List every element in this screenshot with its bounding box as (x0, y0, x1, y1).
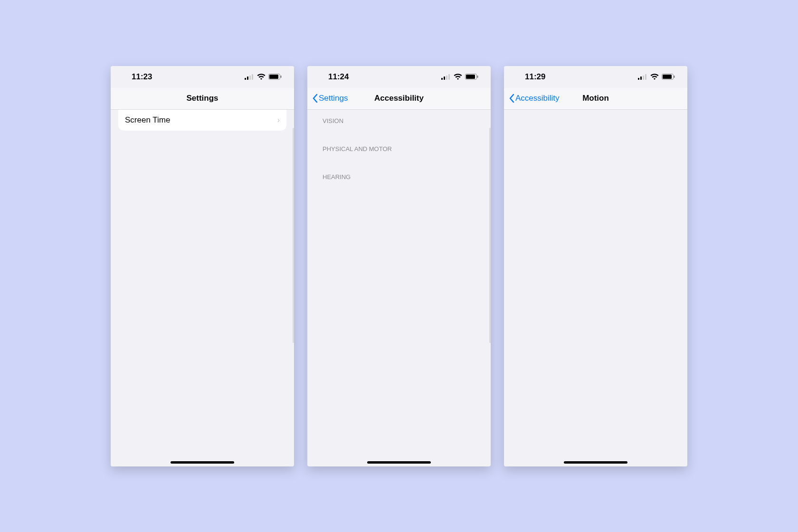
status-indicators (638, 74, 675, 80)
back-label: Settings (319, 94, 348, 103)
signal-icon (245, 74, 254, 80)
screen-settings: 11:23 Settings Screen Time › (111, 66, 294, 466)
screen-accessibility: 11:24 Settings Accessibility VISION PHYS… (307, 66, 491, 466)
svg-rect-3 (252, 74, 253, 80)
battery-icon (662, 74, 675, 80)
svg-rect-10 (448, 74, 450, 80)
svg-rect-5 (269, 75, 278, 79)
svg-rect-0 (245, 78, 246, 80)
row-screen-time[interactable]: Screen Time › (118, 110, 286, 131)
chevron-left-icon (509, 94, 514, 103)
wifi-icon (454, 74, 462, 80)
section-physical: PHYSICAL AND MOTOR (307, 138, 491, 155)
nav-title: Accessibility (374, 94, 424, 103)
section-vision: VISION (307, 110, 491, 127)
svg-rect-7 (441, 78, 443, 80)
status-time: 11:29 (516, 72, 545, 82)
scroll-indicator (293, 128, 294, 343)
home-indicator[interactable] (564, 461, 627, 464)
nav-bar: Settings Accessibility (307, 88, 491, 110)
home-indicator[interactable] (367, 461, 431, 464)
settings-list[interactable]: Screen Time › (111, 110, 294, 466)
nav-bar: Accessibility Motion (504, 88, 687, 110)
accessibility-list[interactable]: VISION PHYSICAL AND MOTOR HEARING (307, 110, 491, 466)
battery-icon (465, 74, 478, 80)
svg-rect-2 (249, 76, 251, 80)
battery-icon (268, 74, 282, 80)
status-indicators (245, 74, 282, 80)
wifi-icon (650, 74, 659, 80)
svg-rect-8 (444, 76, 445, 80)
status-bar: 11:24 (307, 66, 491, 88)
chevron-left-icon (312, 94, 318, 103)
svg-rect-15 (640, 76, 642, 80)
nav-title: Motion (582, 94, 609, 103)
status-indicators (441, 74, 478, 80)
back-button[interactable]: Settings (312, 94, 348, 103)
signal-icon (638, 74, 647, 80)
svg-rect-16 (643, 76, 644, 80)
row-label: Screen Time (125, 115, 277, 125)
svg-rect-6 (281, 76, 282, 78)
status-time: 11:23 (123, 72, 152, 82)
status-bar: 11:23 (111, 66, 294, 88)
motion-list[interactable] (504, 110, 687, 466)
section-hearing: HEARING (307, 166, 491, 183)
svg-rect-19 (663, 75, 672, 79)
scroll-indicator (489, 128, 491, 343)
home-indicator[interactable] (171, 461, 234, 464)
svg-rect-9 (446, 76, 447, 80)
wifi-icon (257, 74, 266, 80)
svg-rect-13 (477, 76, 478, 78)
signal-icon (441, 74, 451, 80)
status-bar: 11:29 (504, 66, 687, 88)
nav-bar: Settings (111, 88, 294, 110)
status-time: 11:24 (320, 72, 349, 82)
svg-rect-1 (247, 76, 248, 80)
svg-rect-17 (645, 74, 646, 80)
chevron-icon: › (277, 116, 280, 124)
nav-title: Settings (186, 94, 218, 103)
back-label: Accessibility (515, 94, 560, 103)
svg-rect-20 (674, 76, 675, 78)
svg-rect-14 (638, 78, 639, 80)
screen-motion: 11:29 Accessibility Motion (504, 66, 687, 466)
svg-rect-12 (466, 75, 475, 79)
back-button[interactable]: Accessibility (509, 94, 560, 103)
